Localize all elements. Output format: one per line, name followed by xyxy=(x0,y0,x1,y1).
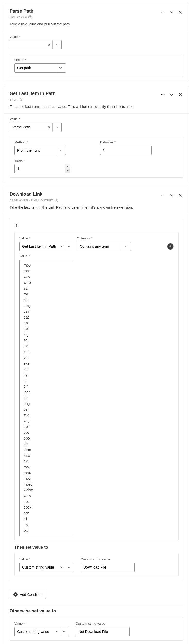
then-value-label: Value xyxy=(19,557,73,561)
otherwise-value-label: Value xyxy=(14,622,68,625)
otherwise-string-label: Custom string value xyxy=(76,622,130,625)
add-condition-label: Add Condition xyxy=(20,593,42,597)
criterion-select[interactable] xyxy=(77,242,131,251)
value-input[interactable] xyxy=(10,123,46,132)
panel-description: Finds the last item in the path value. T… xyxy=(4,101,189,113)
then-string-input[interactable] xyxy=(81,563,135,572)
svg-point-8 xyxy=(164,195,165,196)
criterion-label: Criterion xyxy=(77,236,131,240)
panel-subtitle: SPLIT xyxy=(10,98,18,101)
download-link-panel: Download Link CASE WHEN · FINAL OUTPUT ?… xyxy=(4,187,189,644)
clear-icon[interactable]: × xyxy=(58,242,65,251)
value-label: Value xyxy=(10,35,183,39)
plus-icon: + xyxy=(13,592,18,597)
add-condition-button[interactable]: + Add Condition xyxy=(10,590,46,599)
chevron-down-icon[interactable] xyxy=(52,123,61,132)
svg-point-7 xyxy=(163,195,163,196)
then-value-input[interactable] xyxy=(20,563,58,572)
value-combo[interactable]: × xyxy=(10,123,62,132)
stepper-down-icon[interactable] xyxy=(65,169,70,173)
more-icon[interactable] xyxy=(160,91,166,98)
then-string-label: Custom string value xyxy=(81,557,135,561)
chevron-down-icon[interactable] xyxy=(52,40,61,49)
otherwise-title: Otherwise set value to xyxy=(10,608,183,614)
collapse-icon[interactable] xyxy=(169,192,175,198)
delimiter-input[interactable] xyxy=(100,146,152,155)
value-label: Value xyxy=(10,117,183,121)
chevron-down-icon[interactable] xyxy=(60,627,68,636)
chevron-down-icon[interactable] xyxy=(121,242,130,251)
index-label: Index xyxy=(14,159,179,162)
stepper-up-icon[interactable] xyxy=(65,164,70,169)
if-value-label: Value xyxy=(19,236,73,240)
option-select[interactable] xyxy=(14,63,66,73)
clear-icon[interactable]: × xyxy=(58,563,65,572)
option-value[interactable] xyxy=(15,64,56,72)
clear-icon[interactable]: × xyxy=(46,40,52,49)
collapse-icon[interactable] xyxy=(169,9,175,15)
panel-description: Take a link value and pull out the path xyxy=(4,19,189,31)
method-select[interactable] xyxy=(14,146,66,155)
panel-title: Download Link xyxy=(10,192,160,197)
chevron-down-icon[interactable] xyxy=(56,64,65,72)
clear-icon[interactable]: × xyxy=(46,123,52,132)
then-value-combo[interactable]: × xyxy=(19,563,73,572)
panel-title: Get Last Item in Path xyxy=(10,91,160,96)
otherwise-value-combo[interactable]: × xyxy=(14,627,68,636)
if-title: If xyxy=(14,223,179,228)
panel-title: Parse Path xyxy=(10,8,160,14)
chevron-down-icon[interactable] xyxy=(65,563,73,572)
svg-point-6 xyxy=(161,195,162,196)
extensions-textarea[interactable]: .mp3 .mpa .wav .wma .7z .rar .zip .dmg .… xyxy=(19,260,73,536)
chevron-down-icon[interactable] xyxy=(56,146,65,155)
svg-point-0 xyxy=(161,12,162,13)
add-criterion-button[interactable]: + xyxy=(167,243,174,250)
chevron-down-icon[interactable] xyxy=(65,242,73,251)
clear-icon[interactable]: × xyxy=(53,627,60,636)
value-combo[interactable]: × xyxy=(10,40,62,49)
close-icon[interactable] xyxy=(177,91,183,98)
method-label: Method xyxy=(14,140,93,144)
collapse-icon[interactable] xyxy=(169,91,175,98)
close-icon[interactable] xyxy=(177,9,183,15)
more-icon[interactable] xyxy=(160,192,166,198)
svg-point-4 xyxy=(163,94,163,95)
option-label: Option xyxy=(14,58,179,62)
index-input[interactable] xyxy=(15,164,65,173)
value-input[interactable] xyxy=(10,40,46,49)
svg-point-3 xyxy=(161,94,162,95)
panel-subtitle: URL PARSE xyxy=(10,16,27,19)
method-value[interactable] xyxy=(15,146,56,155)
then-title: Then set value to xyxy=(14,545,179,550)
svg-point-2 xyxy=(164,12,165,13)
more-icon[interactable] xyxy=(160,9,166,15)
close-icon[interactable] xyxy=(177,192,183,198)
index-stepper[interactable] xyxy=(14,164,66,173)
help-icon[interactable]: ? xyxy=(28,15,32,19)
help-icon[interactable]: ? xyxy=(55,199,58,202)
svg-point-1 xyxy=(163,12,163,13)
panel-subtitle: CASE WHEN · FINAL OUTPUT xyxy=(10,199,53,202)
help-icon[interactable]: ? xyxy=(20,98,23,101)
otherwise-string-input[interactable] xyxy=(76,627,130,636)
parse-path-panel: Parse Path URL PARSE ? Take a link value… xyxy=(4,4,189,82)
svg-point-5 xyxy=(164,94,165,95)
list-label: Value xyxy=(19,254,174,258)
if-value-input[interactable] xyxy=(20,242,58,251)
panel-description: Take the last item in the Link Path and … xyxy=(4,202,189,214)
otherwise-value-input[interactable] xyxy=(15,627,53,636)
criterion-value[interactable] xyxy=(77,242,121,251)
delimiter-label: Delimiter xyxy=(100,140,179,144)
if-value-combo[interactable]: × xyxy=(19,242,73,251)
get-last-item-panel: Get Last Item in Path SPLIT ? Finds the … xyxy=(4,86,189,183)
